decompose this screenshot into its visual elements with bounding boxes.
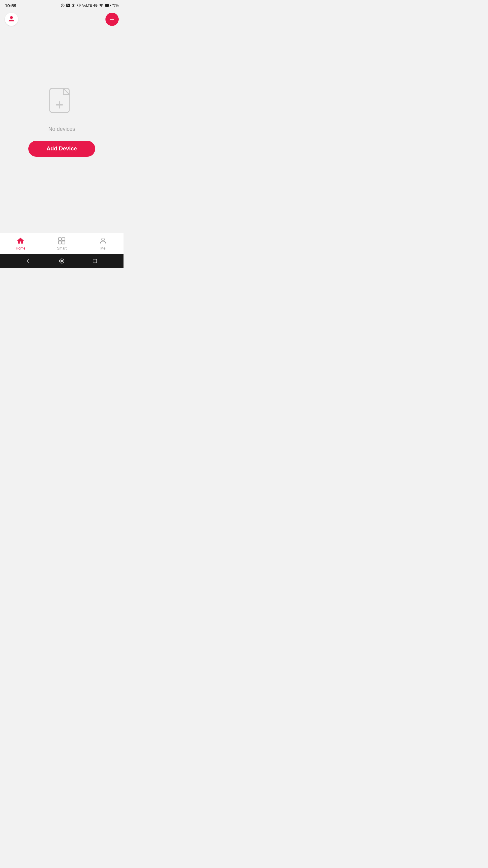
svg-rect-10 — [62, 241, 65, 244]
svg-rect-8 — [62, 238, 65, 240]
recents-button[interactable] — [92, 258, 98, 264]
bottom-nav: Home Smart Me — [0, 233, 124, 254]
svg-rect-14 — [93, 259, 97, 263]
svg-rect-2 — [105, 4, 109, 7]
empty-state-icon — [47, 87, 77, 120]
me-nav-label: Me — [100, 246, 105, 250]
svg-rect-7 — [59, 238, 61, 240]
add-button[interactable] — [105, 13, 119, 26]
back-button[interactable] — [26, 258, 31, 264]
system-nav — [0, 254, 124, 268]
bluetooth-icon — [71, 3, 76, 7]
4g-icon: 4G — [93, 4, 98, 7]
plus-icon — [109, 16, 116, 23]
no-devices-label: No devices — [48, 126, 75, 132]
person-icon — [7, 15, 16, 24]
vibrate-icon — [77, 3, 81, 7]
top-bar — [0, 10, 124, 29]
svg-rect-9 — [59, 241, 61, 244]
nfc-icon — [66, 3, 70, 7]
home-system-button[interactable] — [59, 258, 65, 264]
back-icon — [26, 258, 31, 264]
battery-percent: 77% — [112, 4, 119, 7]
me-icon — [99, 237, 107, 245]
svg-point-3 — [10, 16, 13, 19]
smart-nav-label: Smart — [57, 246, 67, 250]
status-bar: 10:59 VoLTE 4G 77% — [0, 0, 124, 10]
status-time: 10:59 — [5, 3, 16, 8]
main-content: No devices Add Device — [0, 29, 124, 233]
battery-icon — [105, 4, 111, 7]
status-icons: VoLTE 4G 77% — [61, 3, 119, 7]
signal-icon — [99, 3, 104, 7]
circle-icon — [59, 258, 65, 264]
svg-point-11 — [101, 238, 104, 241]
home-nav-label: Home — [16, 246, 25, 250]
alarm-icon — [61, 3, 65, 7]
nav-item-me[interactable]: Me — [82, 237, 124, 250]
svg-point-13 — [61, 260, 63, 262]
home-icon — [16, 237, 25, 245]
smart-icon — [58, 237, 66, 245]
nav-item-home[interactable]: Home — [0, 237, 41, 250]
add-device-button[interactable]: Add Device — [28, 141, 95, 157]
volte-icon: VoLTE — [82, 4, 92, 7]
svg-rect-1 — [110, 5, 111, 6]
profile-button[interactable] — [5, 13, 18, 26]
nav-item-smart[interactable]: Smart — [41, 237, 83, 250]
recents-icon — [92, 258, 98, 264]
